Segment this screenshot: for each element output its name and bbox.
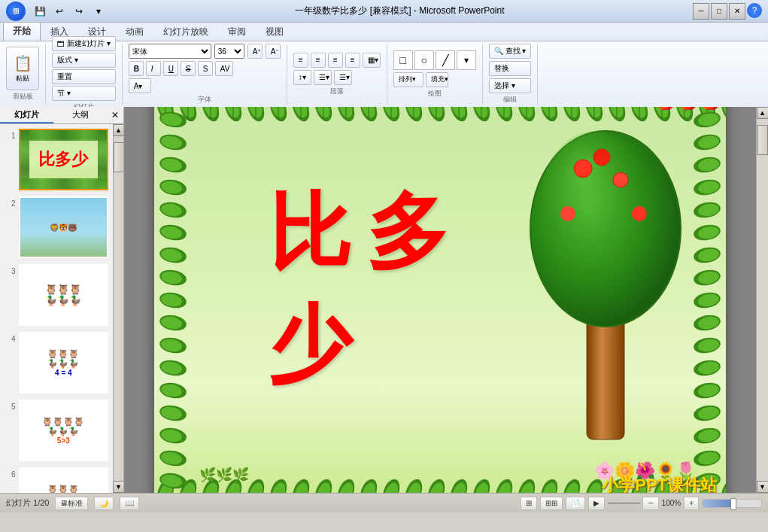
scroll-thumb[interactable]	[114, 142, 123, 172]
quick-customize-button[interactable]: ▾	[90, 4, 107, 19]
paste-button[interactable]: 📋 粘贴	[6, 47, 39, 90]
paste-label: 粘贴	[16, 74, 29, 84]
window-title: 一年级数学比多少 [兼容模式] - Microsoft PowerPoint	[107, 5, 693, 17]
slide-thumb-6[interactable]: 6 🦉🦉🦉 🦆🦆🦆🦆 3<5	[3, 466, 110, 493]
watermark-line1: 小学PPT课件站	[602, 474, 717, 494]
slideshow-button[interactable]: ▶	[588, 497, 605, 510]
arrange-button[interactable]: 排列▾	[393, 72, 423, 87]
svg-rect-12	[692, 107, 726, 493]
justify-button[interactable]: ≡	[345, 53, 360, 68]
close-button[interactable]: ✕	[729, 3, 745, 20]
paragraph-label: 段落	[330, 87, 344, 96]
panel-close-button[interactable]: ✕	[108, 108, 122, 122]
paragraph-group: ≡ ≡ ≡ ≡ ▦▾ ↕▾ ☰▾ ☰▾ 段落	[293, 44, 387, 105]
font-group: 宋体 36 A⁺ A⁻ B I U S S AV A▾	[129, 44, 287, 105]
panel-scrollbar[interactable]: ▲ ▼	[113, 124, 123, 493]
columns-button[interactable]: ▦▾	[363, 53, 381, 68]
drawing-group: □ ○ ╱ ▾ 排列▾ 填充▾ 绘图	[393, 44, 483, 105]
border-left	[154, 107, 188, 493]
theme-icon: 🖥	[60, 499, 68, 507]
shadow-button[interactable]: S	[198, 61, 213, 76]
font-grow-button[interactable]: A⁺	[247, 44, 263, 59]
quick-undo-button[interactable]: ↩	[51, 4, 68, 19]
number-button[interactable]: ☰▾	[334, 70, 352, 85]
normal-view-button[interactable]: ⊞	[521, 497, 537, 510]
reset-button[interactable]: 重置	[52, 69, 116, 84]
theme-button[interactable]: 🖥 标准	[55, 497, 88, 510]
slides-list: 1 比多少 2	[0, 124, 113, 493]
bold-button[interactable]: B	[129, 61, 144, 76]
canvas-scroll-up[interactable]: ▲	[757, 107, 769, 119]
canvas-scrollbar-v[interactable]: ▲ ▼	[756, 107, 768, 493]
zoom-in-button[interactable]: +	[684, 497, 699, 510]
bullet-button[interactable]: ☰▾	[314, 70, 332, 85]
slide-sorter-button[interactable]: ⊞⊞	[540, 497, 563, 510]
section-label: 节 ▾	[57, 88, 71, 99]
shape-oval[interactable]: ○	[414, 50, 434, 70]
canvas-area-container: 🍎🍎🍎	[124, 107, 768, 493]
line-spacing-button[interactable]: ↕▾	[293, 70, 311, 85]
font-family-select[interactable]: 宋体	[129, 44, 211, 59]
new-slide-button[interactable]: 🗔 新建幻灯片 ▾	[52, 36, 116, 51]
font-shrink-button[interactable]: A⁻	[266, 44, 281, 59]
view-reading-button[interactable]: 📖	[120, 497, 139, 510]
ribbon: 开始 插入 设计 动画 幻灯片放映 审阅 视图 📋 粘贴 剪贴板 🗔 新建幻灯片…	[0, 23, 768, 107]
status-bar: 幻灯片 1/20 🖥 标准 🌙 📖 ⊞ ⊞⊞ 📄 ▶ ────── ─ 100%…	[0, 493, 768, 512]
font-size-select[interactable]: 36	[214, 44, 244, 59]
svg-point-18	[593, 149, 610, 166]
zoom-slider[interactable]	[702, 499, 762, 508]
align-left-button[interactable]: ≡	[293, 53, 308, 68]
select-button[interactable]: 选择 ▾	[489, 78, 532, 93]
canvas-area: 🍎🍎🍎	[124, 107, 756, 493]
tab-outline[interactable]: 大纲	[53, 107, 107, 123]
tab-slides[interactable]: 幻灯片	[0, 107, 53, 123]
slide-num-1: 1	[5, 132, 16, 140]
quick-save-button[interactable]: 💾	[32, 4, 48, 19]
maximize-button[interactable]: □	[711, 3, 727, 20]
minimize-button[interactable]: ─	[693, 3, 709, 20]
slide-img-4: 🦉🦉🦉 🦆🦆🦆 4 = 4	[19, 332, 108, 394]
canvas-scroll-down[interactable]: ▼	[757, 481, 769, 493]
border-right-svg	[692, 107, 726, 493]
help-button[interactable]: ?	[747, 3, 762, 18]
spacing-button[interactable]: AV	[215, 61, 233, 76]
tab-slideshow[interactable]: 幻灯片放映	[153, 23, 218, 41]
fill-color-button[interactable]: 填充▾	[426, 72, 448, 87]
quick-redo-button[interactable]: ↪	[71, 4, 87, 19]
align-center-button[interactable]: ≡	[311, 53, 326, 68]
canvas-scroll-thumb[interactable]	[757, 125, 768, 155]
zoom-out-button[interactable]: ─	[642, 497, 658, 510]
section-button[interactable]: 节 ▾	[52, 86, 116, 101]
shapes-more-button[interactable]: ▾	[457, 50, 476, 70]
slide-num-6: 6	[5, 470, 16, 479]
scroll-up-arrow[interactable]: ▲	[113, 124, 124, 136]
underline-button[interactable]: U	[163, 61, 178, 76]
align-right-button[interactable]: ≡	[328, 53, 343, 68]
reading-view-button[interactable]: 📄	[566, 497, 585, 510]
shape-rect[interactable]: □	[393, 50, 413, 70]
scroll-down-arrow[interactable]: ▼	[113, 481, 124, 493]
slide-thumb-2[interactable]: 2 🦁🐯🐻	[3, 195, 110, 260]
tab-review[interactable]: 审阅	[218, 23, 256, 41]
italic-button[interactable]: I	[146, 61, 161, 76]
tab-view[interactable]: 视图	[256, 23, 293, 41]
svg-rect-9	[154, 107, 188, 493]
replace-button[interactable]: 替换	[489, 61, 532, 76]
office-button[interactable]: ⊞	[6, 2, 26, 21]
shape-line[interactable]: ╱	[436, 50, 455, 70]
find-button[interactable]: 🔍 查找 ▾	[489, 44, 532, 59]
layout-button[interactable]: 版式 ▾	[52, 53, 116, 68]
tab-animation[interactable]: 动画	[116, 23, 153, 41]
reset-label: 重置	[57, 71, 72, 82]
slide-thumb-3[interactable]: 3 🦉🦉🦉 🦆🦆🦆	[3, 263, 110, 327]
slide-thumb-5[interactable]: 5 🦉🦉🦉🦉 🦆🦆🦆 5>3	[3, 398, 110, 463]
strikethrough-button[interactable]: S	[181, 61, 196, 76]
title-bar: ⊞ 💾 ↩ ↪ ▾ 一年级数学比多少 [兼容模式] - Microsoft Po…	[0, 0, 768, 23]
svg-rect-3	[154, 107, 726, 123]
slide-thumb-1[interactable]: 1 比多少	[3, 127, 110, 192]
slide-thumb-4[interactable]: 4 🦉🦉🦉 🦆🦆🦆 4 = 4	[3, 330, 110, 395]
tab-home[interactable]: 开始	[3, 22, 41, 41]
view-notes-button[interactable]: 🌙	[94, 497, 114, 510]
svg-point-20	[560, 206, 575, 221]
font-color-button[interactable]: A▾	[129, 78, 151, 93]
